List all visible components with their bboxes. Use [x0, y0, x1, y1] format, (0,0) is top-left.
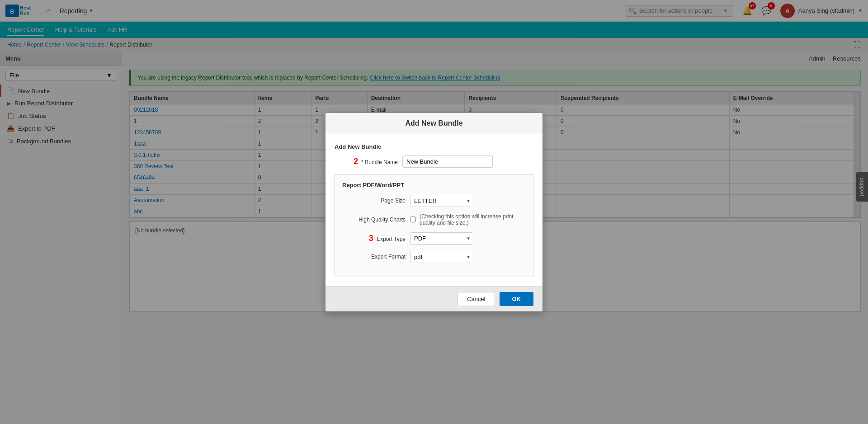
modal-body: Add New Bundle 2 * Bundle Name Report PD…	[326, 134, 542, 286]
bundle-name-label: 2 * Bundle Name	[335, 157, 398, 166]
cancel-button[interactable]: Cancel	[458, 292, 495, 306]
high-quality-label: High Quality Charts	[342, 217, 406, 223]
export-format-select-wrapper: pdf xlsx docx pptx ▼	[410, 251, 473, 263]
export-format-label: Export Format	[342, 254, 406, 260]
modal-section-label: Add New Bundle	[335, 143, 533, 150]
page-size-label: Page Size	[342, 198, 406, 204]
modal-header: Add New Bundle	[326, 113, 542, 134]
page-size-select-wrapper: LETTER A4 LEGAL ▼	[410, 195, 473, 207]
high-quality-hint: (Checking this option will increase prin…	[420, 213, 526, 226]
bundle-name-row: 2 * Bundle Name	[335, 155, 533, 168]
high-quality-checkbox-area: (Checking this option will increase prin…	[410, 213, 526, 226]
pdf-section: Report PDF/Word/PPT Page Size LETTER A4 …	[335, 174, 533, 277]
bundle-name-input[interactable]	[402, 155, 493, 168]
high-quality-row: High Quality Charts (Checking this optio…	[342, 213, 526, 226]
modal-footer: Cancel OK	[326, 286, 542, 311]
export-type-select-wrapper: PDF Excel Word PowerPoint ▼	[410, 232, 473, 245]
modal-title: Add New Bundle	[405, 119, 462, 127]
add-bundle-modal: Add New Bundle Add New Bundle 2 * Bundle…	[326, 113, 542, 311]
modal-overlay: Add New Bundle Add New Bundle 2 * Bundle…	[0, 0, 868, 424]
ok-button[interactable]: OK	[500, 292, 534, 306]
export-format-select[interactable]: pdf xlsx docx pptx	[410, 251, 473, 263]
export-type-label: 3 Export Type	[342, 234, 406, 243]
page-size-select[interactable]: LETTER A4 LEGAL	[410, 195, 473, 207]
export-type-row: 3 Export Type PDF Excel Word PowerPoint …	[342, 232, 526, 245]
high-quality-checkbox[interactable]	[410, 217, 416, 222]
pdf-section-title: Report PDF/Word/PPT	[342, 182, 526, 188]
step3-number: 3	[369, 234, 373, 243]
export-format-row: Export Format pdf xlsx docx pptx ▼	[342, 251, 526, 263]
page-size-row: Page Size LETTER A4 LEGAL ▼	[342, 195, 526, 207]
step2-number: 2	[354, 157, 358, 166]
export-type-select[interactable]: PDF Excel Word PowerPoint	[410, 232, 473, 245]
